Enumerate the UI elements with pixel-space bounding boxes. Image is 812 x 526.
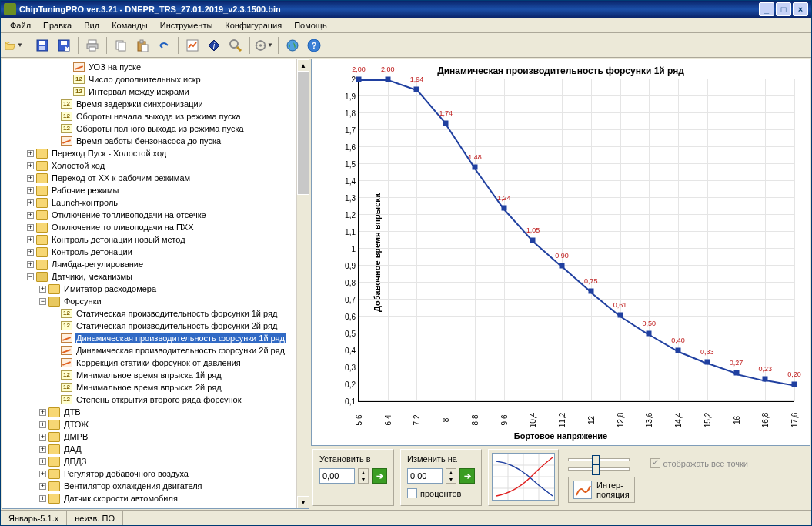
change-spinner[interactable]: ▲▼ (446, 468, 456, 484)
copy-button[interactable] (111, 35, 131, 55)
tree-item[interactable]: Время работы бензонасоса до пуска (2, 135, 309, 147)
expander-icon[interactable]: + (39, 495, 46, 502)
expander-icon[interactable]: + (39, 458, 46, 465)
data-point[interactable] (530, 238, 536, 243)
chart-button[interactable] (182, 35, 202, 55)
data-point[interactable] (443, 121, 449, 126)
tree-item[interactable]: +Контроль детонации новый метод (2, 233, 309, 246)
tree-item[interactable]: −Датчики, механизмы (2, 270, 309, 283)
expander-icon[interactable]: + (27, 199, 34, 206)
help-button[interactable]: ? (304, 35, 324, 55)
data-point[interactable] (704, 360, 710, 365)
tree-item[interactable]: 12Интервал между искрами (2, 85, 309, 98)
tree-item[interactable]: +ДПДЗ (2, 455, 309, 467)
tree-item[interactable]: +Отключение топливоподачи на ПХХ (2, 221, 309, 233)
menu-Файл[interactable]: Файл (4, 19, 37, 32)
open-button[interactable]: ▼ (4, 35, 24, 55)
menu-Инструменты[interactable]: Инструменты (154, 19, 219, 32)
expander-icon[interactable]: + (39, 434, 46, 441)
expander-icon[interactable]: − (39, 298, 46, 305)
tree-item[interactable]: +Имитатор расходомера (2, 283, 309, 295)
scrollbar[interactable]: ▲ ▼ (296, 59, 309, 508)
tree-item[interactable]: 12Число дополнительных искр (2, 73, 309, 85)
data-point[interactable] (763, 377, 768, 382)
set-spinner[interactable]: ▲▼ (358, 468, 369, 484)
settings-button[interactable]: ▼ (254, 35, 274, 55)
expander-icon[interactable]: + (27, 150, 34, 157)
tree-item[interactable]: +Вентилятор охлаждения двигателя (2, 480, 309, 492)
tree-item[interactable]: +Рабочие режимы (2, 184, 309, 196)
tree-item[interactable]: +Датчик скорости автомобиля (2, 492, 309, 504)
expander-icon[interactable]: + (39, 421, 46, 428)
info-button[interactable]: i (204, 35, 224, 55)
menu-Правка[interactable]: Правка (37, 19, 78, 32)
tree-item[interactable]: +Холостой ход (2, 159, 309, 172)
expander-icon[interactable]: + (27, 261, 34, 268)
tree-item[interactable]: +ДМРВ (2, 431, 309, 443)
tree-item[interactable]: 12Статическая производительность форсунк… (2, 320, 309, 332)
expander-icon[interactable]: + (27, 187, 34, 194)
data-point[interactable] (617, 312, 623, 317)
menu-Конфигурация[interactable]: Конфигурация (219, 19, 288, 32)
tree-item[interactable]: +Launch-контроль (2, 196, 309, 209)
expander-icon[interactable]: + (27, 175, 34, 182)
tree-item[interactable]: +Лямбда-регулирование (2, 258, 309, 270)
print-button[interactable] (82, 35, 102, 55)
search-button[interactable] (226, 35, 246, 55)
expander-icon[interactable]: − (27, 273, 34, 280)
expander-icon[interactable]: + (27, 224, 34, 231)
slider-1[interactable] (568, 458, 630, 461)
undo-button[interactable] (154, 35, 174, 55)
set-apply-button[interactable]: ➔ (372, 468, 387, 484)
tree-item[interactable]: 12Статическая производительность форсунк… (2, 307, 309, 320)
expander-icon[interactable]: + (39, 471, 46, 477)
paste-button[interactable] (132, 35, 152, 55)
tree-item[interactable]: 12Обороты полного выхода из режима пуска (2, 122, 309, 135)
tree-item[interactable]: Динамическая производительность форсунки… (2, 332, 309, 344)
data-point[interactable] (385, 77, 390, 82)
set-value-input[interactable] (319, 468, 355, 484)
data-point[interactable] (733, 370, 739, 375)
tree-item[interactable]: 12Минимальное время впрыска 2й ряд (2, 381, 309, 394)
tree-item[interactable]: +Переход от ХХ к рабочим режимам (2, 172, 309, 184)
maximize-button[interactable]: □ (776, 2, 791, 16)
tree-item[interactable]: +Переход Пуск - Холостой ход (2, 147, 309, 159)
change-value-input[interactable] (407, 468, 443, 484)
expander-icon[interactable]: + (39, 483, 46, 490)
menu-Помощь[interactable]: Помощь (288, 19, 333, 32)
tree-item[interactable]: 12Минимальное время впрыска 1й ряд (2, 369, 309, 381)
data-point[interactable] (501, 206, 506, 211)
tree-item[interactable]: 12Степень открытия второго ряда форсунок (2, 394, 309, 406)
slider-2[interactable] (568, 467, 630, 471)
tree-item[interactable]: +ДТОЖ (2, 418, 309, 431)
expander-icon[interactable]: + (27, 162, 34, 169)
expander-icon[interactable]: + (27, 212, 34, 219)
tree-item[interactable]: −Форсунки (2, 295, 309, 307)
menu-Вид[interactable]: Вид (78, 19, 105, 32)
interpolation-button[interactable]: Интер- поляция (568, 477, 635, 503)
globe-button[interactable] (282, 35, 302, 55)
expander-icon[interactable]: + (39, 286, 46, 293)
tree-item[interactable]: 12Время задержки синхронизации (2, 98, 309, 110)
tree-item[interactable]: +ДАД (2, 443, 309, 455)
data-point[interactable] (588, 289, 593, 294)
tree-item[interactable]: +Регулятор добавочного воздуха (2, 467, 309, 480)
tree-item[interactable]: 12Обороты начала выхода из режима пуска (2, 110, 309, 122)
expander-icon[interactable]: + (27, 236, 34, 243)
expander-icon[interactable]: + (27, 249, 34, 256)
save-button[interactable] (32, 35, 52, 55)
menu-Команды[interactable]: Команды (105, 19, 154, 32)
change-apply-button[interactable]: ➔ (459, 468, 475, 484)
expander-icon[interactable]: + (39, 409, 46, 416)
minimize-button[interactable]: _ (759, 2, 774, 16)
data-point[interactable] (560, 263, 565, 269)
tree-item[interactable]: УОЗ на пуске (2, 61, 309, 73)
tree-item[interactable]: +ДТВ (2, 406, 309, 418)
tree-item[interactable]: Динамическая производительность форсунки… (2, 344, 309, 357)
percent-checkbox[interactable] (407, 488, 417, 498)
data-point[interactable] (676, 348, 681, 353)
tree-item[interactable]: +Контроль детонации (2, 246, 309, 258)
data-point[interactable] (472, 165, 477, 170)
data-point[interactable] (356, 77, 362, 82)
expander-icon[interactable]: + (39, 446, 46, 453)
